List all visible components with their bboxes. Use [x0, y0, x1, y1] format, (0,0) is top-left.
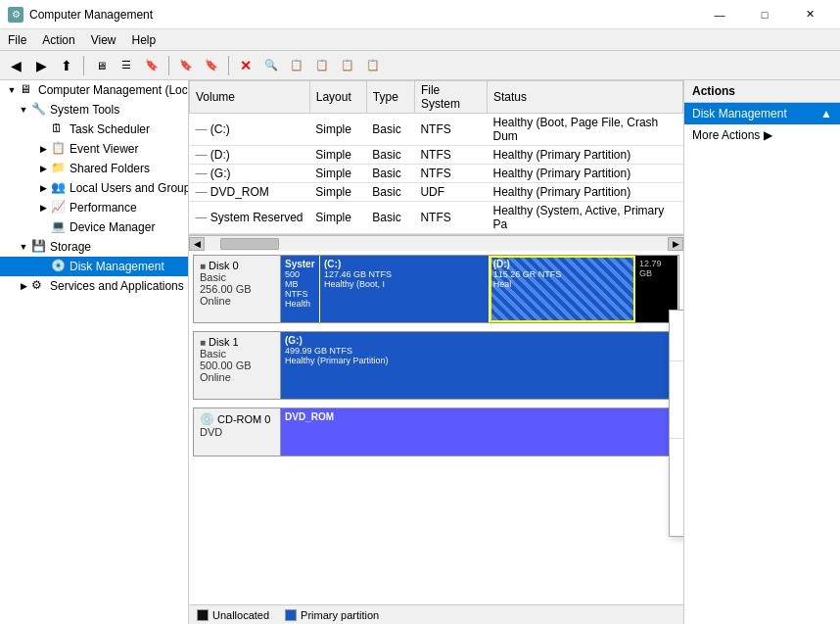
- shared-folders-icon: 📁: [51, 161, 67, 176]
- system-tools-expander[interactable]: ▼: [16, 102, 31, 118]
- task-scheduler-expander[interactable]: ▶: [35, 121, 51, 137]
- partition-dvdrom[interactable]: DVD_ROM: [281, 408, 678, 456]
- disk-row-cdrom: 💿 CD-ROM 0 DVD DVD_ROM: [193, 408, 679, 456]
- actions-sub-label: More Actions: [692, 128, 760, 142]
- ctx-shrink[interactable]: Shrink Volume...: [670, 465, 683, 489]
- sidebar-item-task-scheduler[interactable]: ▶ 🗓 Task Scheduler: [0, 120, 188, 139]
- col-header-type[interactable]: Type: [366, 81, 414, 114]
- toolbar-forward[interactable]: ▶: [29, 54, 53, 77]
- sidebar-item-system-tools[interactable]: ▼ 🔧 System Tools: [0, 100, 188, 120]
- toolbar: ◀ ▶ ⬆ 🖥 ☰ 🔖 🔖 🔖 ✕ 🔍 📋 📋 📋 📋: [0, 51, 840, 80]
- disk-table-scroll[interactable]: Volume Layout Type File System Status — …: [189, 80, 683, 235]
- row-type: Basic: [366, 202, 414, 234]
- sidebar-item-shared-folders[interactable]: ▶ 📁 Shared Folders: [0, 159, 188, 178]
- row-volume: — DVD_ROM: [190, 183, 310, 202]
- row-type: Basic: [366, 114, 414, 146]
- sidebar-item-event-viewer[interactable]: ▶ 📋 Event Viewer: [0, 139, 188, 159]
- disk-partitions-0: Syster 500 MB NTFS Health (C:) 127.46 GB…: [281, 255, 679, 323]
- ctx-mark-active[interactable]: Mark Partition as Active: [670, 364, 683, 388]
- partition-sysres[interactable]: Syster 500 MB NTFS Health: [281, 256, 320, 322]
- sidebar-item-disk-management[interactable]: ▶ 💿 Disk Management: [0, 257, 188, 276]
- disk-type-cdrom: DVD: [200, 426, 274, 438]
- toolbar-btn1[interactable]: 🖥: [89, 54, 113, 77]
- sidebar-item-local-users[interactable]: ▶ 👥 Local Users and Groups: [0, 178, 188, 198]
- disk-mgmt-icon: 💿: [51, 259, 67, 274]
- row-layout: Simple: [309, 146, 366, 165]
- table-row[interactable]: — (G:) Simple Basic NTFS Healthy (Primar…: [190, 165, 683, 183]
- row-status: Healthy (Primary Partition): [488, 183, 683, 202]
- scroll-right-btn[interactable]: ▶: [668, 237, 683, 251]
- partition-d[interactable]: (D:) 115.26 GR NTFS Heal: [490, 256, 635, 322]
- disk-label-cdrom: 💿 CD-ROM 0 DVD: [193, 408, 281, 456]
- shared-folders-expander[interactable]: ▶: [35, 161, 51, 176]
- ctx-change-drive[interactable]: Change Drive Letter and Paths...: [670, 388, 683, 411]
- col-header-status[interactable]: Status: [488, 81, 683, 114]
- performance-expander[interactable]: ▶: [35, 200, 51, 216]
- disk-size-0: 256.00 GB: [200, 283, 274, 295]
- ctx-extend[interactable]: Extend Volume...: [670, 442, 683, 465]
- sidebar-storage-label: Storage: [50, 240, 91, 254]
- ctx-delete[interactable]: Delete Volume...: [670, 512, 683, 536]
- toolbar-btn3[interactable]: 🔖: [140, 54, 163, 77]
- sidebar-root[interactable]: ▼ 🖥 Computer Management (Local: [0, 80, 188, 100]
- toolbar-back[interactable]: ◀: [4, 54, 27, 77]
- sidebar-item-device-manager[interactable]: ▶ 💻 Device Manager: [0, 217, 188, 237]
- sidebar-item-performance[interactable]: ▶ 📈 Performance: [0, 198, 188, 217]
- toolbar-btn4[interactable]: 🔖: [174, 54, 198, 77]
- minimize-button[interactable]: —: [697, 0, 742, 29]
- toolbar-btn9[interactable]: 📋: [336, 54, 359, 77]
- sidebar-item-storage[interactable]: ▼ 💾 Storage: [0, 237, 188, 257]
- toolbar-btn8[interactable]: 📋: [310, 54, 334, 77]
- sidebar-shared-folders-label: Shared Folders: [70, 162, 150, 175]
- partition-g[interactable]: (G:) 499.99 GB NTFS Healthy (Primary Par…: [281, 332, 678, 399]
- sidebar-item-services[interactable]: ▶ ⚙ Services and Applications: [0, 276, 188, 296]
- toolbar-sep2: [168, 56, 169, 75]
- col-header-fs[interactable]: File System: [414, 81, 487, 114]
- col-header-volume[interactable]: Volume: [190, 81, 310, 114]
- table-row[interactable]: — (D:) Simple Basic NTFS Healthy (Primar…: [190, 146, 683, 165]
- actions-more[interactable]: More Actions ▶: [684, 124, 840, 146]
- toolbar-btn6[interactable]: 🔍: [259, 54, 283, 77]
- toolbar-btn7[interactable]: 📋: [285, 54, 308, 77]
- col-header-layout[interactable]: Layout: [309, 81, 366, 114]
- row-layout: Simple: [309, 183, 366, 202]
- toolbar-btn5[interactable]: 🔖: [200, 54, 223, 77]
- menu-action[interactable]: Action: [34, 31, 82, 49]
- disk-name-0: ■ Disk 0: [200, 260, 274, 271]
- sidebar-device-manager-label: Device Manager: [70, 220, 155, 234]
- sidebar-performance-label: Performance: [70, 201, 137, 215]
- storage-expander[interactable]: ▼: [16, 239, 31, 255]
- menu-view[interactable]: View: [83, 31, 124, 49]
- disk-name-cdrom: 💿 CD-ROM 0: [200, 412, 274, 426]
- menu-file[interactable]: File: [0, 31, 34, 49]
- root-label: Computer Management (Local: [38, 83, 189, 97]
- ctx-explore[interactable]: Explore: [670, 334, 683, 358]
- scroll-thumb[interactable]: [220, 238, 279, 250]
- local-users-expander[interactable]: ▶: [35, 180, 51, 196]
- performance-icon: 📈: [51, 200, 67, 216]
- toolbar-up[interactable]: ⬆: [55, 54, 78, 77]
- toolbar-btn2[interactable]: ☰: [115, 54, 138, 77]
- ctx-format[interactable]: Format...: [670, 411, 683, 435]
- table-hscrollbar[interactable]: ◀ ▶: [189, 235, 683, 251]
- ctx-open[interactable]: Open: [670, 311, 683, 334]
- scroll-left-btn[interactable]: ◀: [189, 237, 205, 251]
- device-manager-expander[interactable]: ▶: [35, 219, 51, 235]
- event-viewer-expander[interactable]: ▶: [35, 141, 51, 157]
- partition-c[interactable]: (C:) 127.46 GB NTFS Healthy (Boot, I: [320, 256, 490, 322]
- toolbar-btn10[interactable]: 📋: [361, 54, 385, 77]
- disk-label-1: ■ Disk 1 Basic 500.00 GB Online: [193, 331, 281, 400]
- row-fs: UDF: [414, 183, 487, 202]
- table-row[interactable]: — DVD_ROM Simple Basic UDF Healthy (Prim…: [190, 183, 683, 202]
- root-expander[interactable]: ▼: [4, 82, 20, 98]
- maximize-button[interactable]: □: [742, 0, 787, 29]
- menu-help[interactable]: Help: [124, 31, 164, 49]
- disk-partitions-cdrom: DVD_ROM: [281, 408, 679, 456]
- close-button[interactable]: ✕: [787, 0, 832, 29]
- table-row[interactable]: — System Reserved Simple Basic NTFS Heal…: [190, 202, 683, 234]
- services-expander[interactable]: ▶: [16, 278, 31, 294]
- table-row[interactable]: — (C:) Simple Basic NTFS Healthy (Boot, …: [190, 114, 683, 146]
- toolbar-delete[interactable]: ✕: [234, 54, 257, 77]
- disk-scroll-area[interactable]: ■ Disk 0 Basic 256.00 GB Online Syster 5…: [189, 251, 683, 604]
- actions-disk-management[interactable]: Disk Management ▲: [684, 103, 840, 124]
